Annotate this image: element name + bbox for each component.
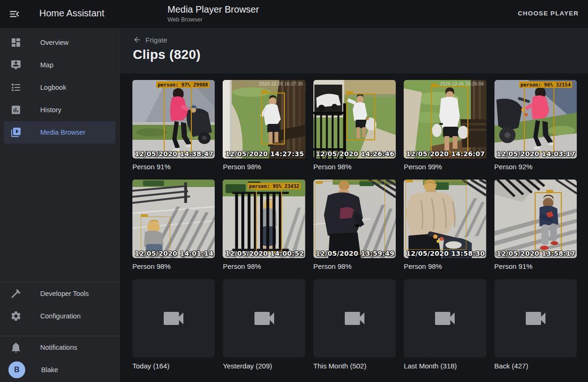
clip-timestamp: 12/05/2020 14:01:14 xyxy=(135,250,213,257)
clip-caption: Person 98% xyxy=(404,262,486,270)
detection-bbox xyxy=(164,87,192,152)
clip-caption: Person 91% xyxy=(132,163,215,171)
sidebar-item-configuration[interactable]: Configuration xyxy=(4,305,116,327)
clip-caption: Person 91% xyxy=(494,262,577,270)
detection-bbox xyxy=(141,216,171,254)
avatar: B xyxy=(8,361,25,378)
app-bar: Home Assistant Media Player Browser Web … xyxy=(0,0,588,28)
clip-card[interactable]: 2020-12-05 16:27:35 12/05/2020 14:27:35 … xyxy=(223,80,305,171)
folder-card-yesterday[interactable]: Yesterday (209) xyxy=(223,279,305,370)
breadcrumb-label: Frigate xyxy=(145,36,167,44)
folder-card-last-month[interactable]: Last Month (318) xyxy=(404,279,486,370)
clip-caption: Person 98% xyxy=(223,163,305,171)
clip-thumbnail: 2020-12-05 16:27:35 12/05/2020 14:27:35 xyxy=(223,80,305,159)
detection-label: person: 95% 23432 xyxy=(247,183,300,189)
play-box-multiple-icon xyxy=(10,127,22,138)
clip-card[interactable]: 12/05/2020 13:59:49 Person 98% xyxy=(313,180,396,270)
clip-thumbnail: 12/05/2020 13:58:30 xyxy=(404,180,486,258)
clip-thumbnail: person: 97% 29988 12/05/2020 14:38:47 xyxy=(132,80,215,159)
clip-card[interactable]: 2020-12-05 15:26:06 12/05/2020 14:26:07 … xyxy=(404,80,486,171)
sidebar-item-logbook[interactable]: Logbook xyxy=(4,76,116,99)
sidebar-item-developer-tools[interactable]: Developer Tools xyxy=(4,282,116,305)
sidebar-item-label: History xyxy=(40,106,61,114)
osd-timestamp: 2020-12-05 16:27:35 xyxy=(259,81,303,86)
folder-tile xyxy=(223,279,305,358)
clip-thumbnail: 12/05/2020 14:01:14 xyxy=(132,180,215,258)
clip-caption: Person 92% xyxy=(494,163,577,171)
sidebar-item-user[interactable]: B Blake xyxy=(4,359,116,381)
breadcrumb-back-link[interactable]: Frigate xyxy=(133,36,167,44)
folder-card-back[interactable]: Back (427) xyxy=(494,279,577,370)
folder-caption: Back (427) xyxy=(494,362,577,370)
detection-bbox xyxy=(406,180,467,250)
mini-detection-label xyxy=(316,181,323,184)
folder-tile xyxy=(494,279,577,358)
sidebar-item-label: Logbook xyxy=(40,84,66,91)
clips-grid: person: 97% 29988 12/05/2020 14:38:47 Pe… xyxy=(120,73,588,381)
clip-timestamp: 12/05/2020 13:59:49 xyxy=(316,250,394,257)
video-camera-icon xyxy=(160,305,187,332)
clip-card[interactable]: person: 95% 23432 12/05/2020 14:00:52 Pe… xyxy=(223,180,305,270)
detection-bbox xyxy=(346,94,375,141)
mini-detection-label xyxy=(141,214,148,217)
clip-thumbnail: person: 96% 32154 12/05/2020 14:03:17 xyxy=(494,80,577,159)
sidebar-item-overview[interactable]: Overview xyxy=(4,31,116,54)
sidebar-item-label: Overview xyxy=(40,39,68,46)
clip-caption: Person 98% xyxy=(313,163,396,171)
clip-caption: Person 98% xyxy=(132,262,215,270)
mini-detection-label xyxy=(546,190,553,193)
clip-timestamp: 12/05/2020 14:38:47 xyxy=(135,150,213,158)
detection-bbox xyxy=(256,189,282,252)
clip-card[interactable]: person: 96% 32154 12/05/2020 14:03:17 Pe… xyxy=(494,80,577,171)
mini-detection-label xyxy=(431,84,438,86)
arrow-left-icon xyxy=(133,36,141,44)
clip-timestamp: 12/05/2020 13:58:17 xyxy=(497,250,575,257)
folder-caption: Yesterday (209) xyxy=(223,362,305,370)
media-browser-content: Frigate Clips (820) xyxy=(120,28,588,382)
sidebar-item-label: Configuration xyxy=(40,312,80,320)
folder-card-today[interactable]: Today (164) xyxy=(132,279,215,370)
sidebar-item-label: Notifications xyxy=(40,344,77,351)
sidebar-item-label: Developer Tools xyxy=(40,290,89,297)
clip-timestamp: 12/05/2020 14:00:52 xyxy=(225,250,304,257)
clip-thumbnail: 2020-12-05 15:26:06 12/05/2020 14:26:07 xyxy=(404,80,486,159)
user-name: Blake xyxy=(41,366,58,374)
mini-detection-label xyxy=(346,91,353,94)
detection-bbox xyxy=(315,181,385,255)
sidebar-item-history[interactable]: History xyxy=(4,99,116,121)
detection-bbox xyxy=(431,86,468,152)
folder-tile xyxy=(132,279,215,358)
gear-icon xyxy=(10,310,22,322)
sidebar-item-media-browser[interactable]: Media Browser xyxy=(4,121,116,144)
clip-card[interactable]: person: 97% 29988 12/05/2020 14:38:47 Pe… xyxy=(132,80,215,171)
sidebar-item-notifications[interactable]: Notifications xyxy=(4,336,116,359)
sidebar-item-label: Map xyxy=(40,61,53,69)
clip-card[interactable]: 12/05/2020 14:01:14 Person 98% xyxy=(132,180,215,270)
folder-tile xyxy=(404,279,486,358)
clips-heading: Clips (820) xyxy=(133,47,588,62)
clip-thumbnail: 12/05/2020 14:26:46 xyxy=(313,80,396,159)
folder-caption: Today (164) xyxy=(132,362,215,370)
sidebar-toggle-button[interactable] xyxy=(8,8,21,20)
clip-card[interactable]: 12/05/2020 13:58:30 Person 98% xyxy=(404,180,486,270)
clip-thumbnail: person: 95% 23432 12/05/2020 14:00:52 xyxy=(223,180,305,258)
tooltip-account-icon xyxy=(10,59,22,71)
clip-thumbnail: 12/05/2020 13:59:49 xyxy=(313,180,396,258)
content-header: Frigate Clips (820) xyxy=(120,28,588,73)
page-title: Media Player Browser xyxy=(167,4,259,15)
video-camera-icon xyxy=(432,305,458,332)
choose-player-button[interactable]: CHOOSE PLAYER xyxy=(515,9,581,18)
video-camera-icon xyxy=(341,305,368,332)
sidebar-item-map[interactable]: Map xyxy=(4,54,116,76)
clip-card[interactable]: 12/05/2020 13:58:17 Person 91% xyxy=(494,180,577,270)
folder-caption: Last Month (318) xyxy=(404,362,486,370)
video-camera-icon xyxy=(251,305,277,332)
chart-box-icon xyxy=(10,104,22,115)
sidebar-item-label: Media Browser xyxy=(40,129,86,136)
bell-icon xyxy=(10,342,22,353)
clip-card[interactable]: 12/05/2020 14:26:46 Person 98% xyxy=(313,80,396,171)
folder-card-this-month[interactable]: This Month (502) xyxy=(313,279,396,370)
folder-tile xyxy=(313,279,396,358)
mini-detection-label xyxy=(406,180,413,182)
hammer-icon xyxy=(10,288,22,299)
